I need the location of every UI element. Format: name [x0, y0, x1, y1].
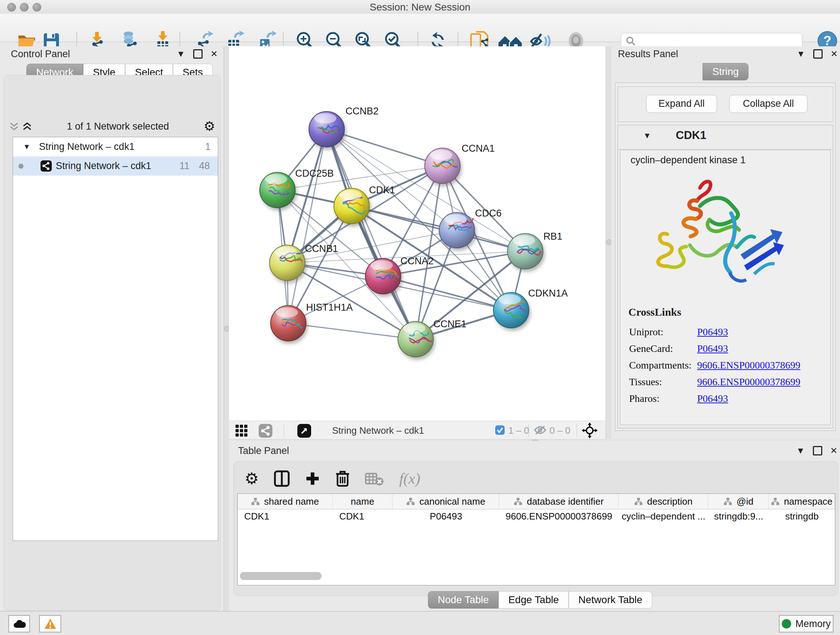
table-cell-@id[interactable]: stringdb:9... — [708, 509, 769, 524]
crosslink-link[interactable]: P06493 — [697, 326, 728, 338]
column-header-name[interactable]: name — [333, 494, 393, 509]
column-header-label: @id — [737, 496, 753, 507]
tab-string[interactable]: String — [703, 63, 748, 80]
table-cell-name[interactable]: CDK1 — [333, 509, 393, 524]
column-header-label: description — [647, 496, 693, 507]
node-label-CCNE1: CCNE1 — [433, 318, 467, 329]
hidden-eye-icon[interactable] — [534, 425, 546, 435]
column-header-@id[interactable]: @id — [708, 494, 769, 509]
network-node-CDC6[interactable] — [439, 212, 475, 248]
main-toolbar: ? — [0, 14, 840, 42]
network-node-CCNA1[interactable] — [425, 148, 460, 184]
right-splitter[interactable] — [606, 46, 612, 439]
network-node-CCNB2[interactable] — [309, 111, 344, 147]
column-header-label: canonical name — [419, 496, 485, 507]
table-cell-namespace[interactable]: stringdb — [769, 509, 835, 524]
crosslink-link[interactable]: P06493 — [697, 343, 728, 355]
function-builder-icon[interactable]: f(x) — [399, 470, 420, 487]
table-header-row: shared namenamecanonical namedatabase id… — [238, 494, 835, 509]
open-in-window-icon[interactable] — [297, 424, 311, 438]
network-edge[interactable] — [288, 129, 327, 323]
crosslink-row: Compartments:9606.ENSP00000378699 — [629, 359, 830, 371]
results-panel-float-icon[interactable] — [813, 49, 823, 59]
collapse-all-button[interactable]: Collapse All — [729, 95, 807, 113]
network-row[interactable]: String Network – cdk1 11 48 — [13, 157, 218, 176]
memory-button[interactable]: Memory — [779, 615, 834, 632]
collection-expander-icon[interactable]: ▼ — [23, 143, 30, 151]
node-label-CDKN1A: CDKN1A — [528, 288, 568, 299]
network-node-count: 11 — [180, 160, 189, 172]
protein-details: cyclin–dependent kinase 1 — [620, 150, 831, 425]
window-titlebar: Session: New Session — [0, 0, 840, 14]
column-type-icon — [251, 497, 260, 505]
column-header-shared-name[interactable]: shared name — [238, 494, 333, 509]
cloud-button[interactable] — [8, 615, 30, 632]
results-panel-menu-icon[interactable]: ▼ — [797, 50, 805, 58]
network-node-CCNE1[interactable] — [398, 321, 433, 357]
footer-separator — [284, 423, 284, 437]
control-panel-float-icon[interactable] — [193, 49, 202, 59]
table-panel-title: Table Panel — [238, 445, 289, 456]
show-columns-icon[interactable] — [274, 470, 290, 487]
crosslink-row: Tissues:9606.ENSP00000378699 — [629, 376, 830, 388]
network-collection-row[interactable]: ▼ String Network – cdk1 1 — [13, 137, 218, 157]
network-node-RB1[interactable] — [508, 233, 543, 269]
column-header-label: name — [351, 496, 374, 507]
search-icon — [625, 36, 636, 47]
column-header-namespace[interactable]: namespace — [769, 494, 835, 509]
results-button-bar: Expand All Collapse All — [617, 87, 833, 122]
table-cell-database-identifier[interactable]: 9606.ENSP00000378699 — [499, 509, 619, 524]
network-edge[interactable] — [288, 323, 416, 339]
collapse-all-icon[interactable] — [9, 121, 19, 132]
warnings-button[interactable] — [39, 615, 61, 632]
protein-expander-icon[interactable]: ▼ — [643, 131, 651, 141]
search-input[interactable] — [640, 35, 797, 48]
network-node-CCNA2[interactable] — [365, 258, 401, 294]
table-row[interactable]: CDK1CDK1P064939606.ENSP00000378699cyclin… — [238, 509, 835, 524]
table-cell-canonical-name[interactable]: P06493 — [393, 509, 500, 524]
crosslink-link[interactable]: 9606.ENSP00000378699 — [697, 359, 800, 371]
network-node-CDKN1A[interactable] — [493, 293, 529, 328]
table-options-gear-icon[interactable]: ⚙ — [245, 470, 259, 486]
node-label-CCNB1: CCNB1 — [305, 243, 338, 254]
expand-all-button[interactable]: Expand All — [646, 95, 717, 113]
expand-all-icon[interactable] — [22, 121, 32, 132]
network-badge-icon[interactable] — [258, 424, 273, 438]
network-node-CDK1[interactable] — [334, 188, 369, 224]
tab-network-table[interactable]: Network Table — [569, 591, 652, 608]
delete-table-icon[interactable] — [365, 471, 384, 486]
crosslink-link[interactable]: P06493 — [697, 393, 728, 404]
delete-column-icon[interactable] — [335, 470, 350, 487]
table-panel-float-icon[interactable] — [813, 446, 822, 455]
control-panel-menu-icon[interactable]: ▼ — [177, 50, 185, 58]
network-node-CDC25B[interactable] — [260, 172, 295, 208]
crosslink-link[interactable]: 9606.ENSP00000378699 — [697, 376, 800, 388]
control-panel-close-icon[interactable]: ✕ — [210, 50, 218, 58]
network-node-CCNB1[interactable] — [270, 245, 305, 280]
collection-count: 1 — [205, 141, 210, 152]
tab-edge-table[interactable]: Edge Table — [499, 591, 569, 608]
tab-node-table[interactable]: Node Table — [428, 591, 499, 608]
table-container: ⚙ f(x) shared namenamecanonical namedata… — [233, 461, 838, 596]
network-edge[interactable] — [327, 129, 442, 166]
network-selection-status: 1 of 1 Network selected — [32, 121, 204, 132]
network-view-title: String Network – cdk1 — [332, 425, 424, 436]
protein-section-header[interactable]: ▼ CDK1 — [618, 125, 833, 149]
selected-checkbox-icon[interactable] — [495, 425, 505, 435]
column-header-database-identifier[interactable]: database identifier — [499, 494, 619, 509]
column-header-canonical-name[interactable]: canonical name — [393, 494, 499, 509]
horizontal-scrollbar-thumb[interactable] — [240, 572, 322, 580]
add-column-icon[interactable] — [305, 471, 320, 486]
table-panel-menu-icon[interactable]: ▼ — [796, 447, 805, 455]
protein-description: cyclin–dependent kinase 1 — [630, 155, 745, 166]
network-options-gear-icon[interactable]: ⚙ — [204, 120, 215, 133]
column-header-description[interactable]: description — [619, 494, 709, 509]
table-panel-close-icon[interactable]: ✕ — [830, 447, 837, 455]
birds-eye-icon[interactable] — [582, 423, 598, 439]
results-panel-close-icon[interactable]: ✕ — [831, 50, 838, 58]
table-cell-description[interactable]: cyclin–dependent ... — [619, 509, 709, 524]
grid-view-icon[interactable] — [235, 424, 248, 437]
network-view-canvas[interactable]: CCNB2CCNA1CDC25BCDK1CDC6RB1CCNB1CCNA2CDK… — [229, 46, 606, 421]
network-node-HIST1H1A[interactable] — [271, 306, 306, 341]
table-cell-shared-name[interactable]: CDK1 — [238, 509, 333, 524]
